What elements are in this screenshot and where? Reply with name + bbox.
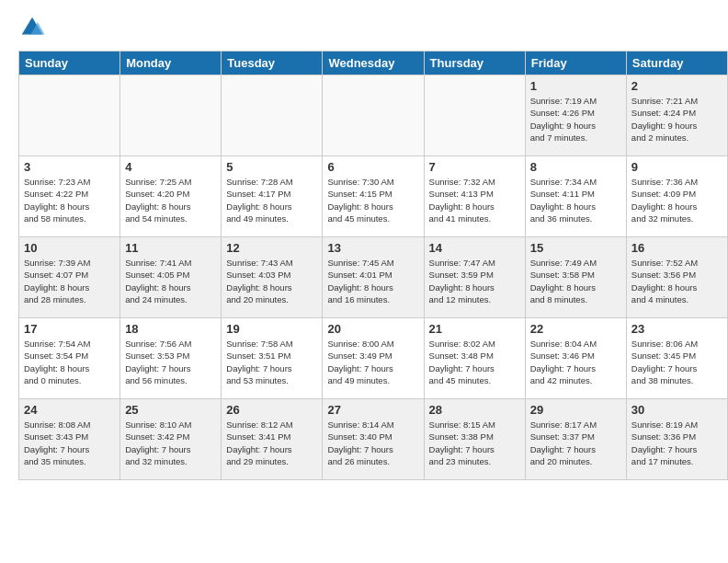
calendar-header: SundayMondayTuesdayWednesdayThursdayFrid… (19, 52, 728, 75)
calendar-day: 7Sunrise: 7:32 AM Sunset: 4:13 PM Daylig… (424, 156, 525, 237)
day-info: Sunrise: 7:19 AM Sunset: 4:26 PM Dayligh… (530, 95, 621, 144)
calendar-day: 23Sunrise: 8:06 AM Sunset: 3:45 PM Dayli… (626, 318, 727, 399)
weekday-header: Friday (525, 52, 626, 75)
day-number: 29 (530, 403, 621, 417)
day-number: 28 (429, 403, 520, 417)
calendar-week-row: 10Sunrise: 7:39 AM Sunset: 4:07 PM Dayli… (19, 237, 728, 318)
day-number: 3 (24, 160, 115, 174)
calendar-day: 5Sunrise: 7:28 AM Sunset: 4:17 PM Daylig… (222, 156, 323, 237)
calendar-week-row: 1Sunrise: 7:19 AM Sunset: 4:26 PM Daylig… (19, 75, 728, 156)
day-number: 7 (429, 160, 520, 174)
day-number: 18 (125, 322, 216, 336)
day-info: Sunrise: 7:54 AM Sunset: 3:54 PM Dayligh… (24, 338, 115, 386)
calendar-table: SundayMondayTuesdayWednesdayThursdayFrid… (18, 51, 728, 480)
calendar-day: 12Sunrise: 7:43 AM Sunset: 4:03 PM Dayli… (222, 237, 323, 318)
day-number: 4 (125, 160, 216, 174)
day-info: Sunrise: 7:45 AM Sunset: 4:01 PM Dayligh… (327, 257, 418, 305)
day-number: 24 (24, 403, 115, 417)
day-number: 2 (631, 79, 722, 93)
day-number: 6 (327, 160, 418, 174)
day-number: 20 (327, 322, 418, 336)
day-info: Sunrise: 8:02 AM Sunset: 3:48 PM Dayligh… (429, 338, 520, 386)
calendar-day: 10Sunrise: 7:39 AM Sunset: 4:07 PM Dayli… (19, 237, 120, 318)
day-number: 19 (226, 322, 317, 336)
day-number: 25 (125, 403, 216, 417)
day-info: Sunrise: 7:41 AM Sunset: 4:05 PM Dayligh… (125, 257, 216, 305)
day-info: Sunrise: 7:23 AM Sunset: 4:22 PM Dayligh… (24, 176, 115, 224)
calendar-day: 27Sunrise: 8:14 AM Sunset: 3:40 PM Dayli… (323, 399, 424, 480)
day-info: Sunrise: 8:04 AM Sunset: 3:46 PM Dayligh… (530, 338, 621, 386)
day-info: Sunrise: 7:39 AM Sunset: 4:07 PM Dayligh… (24, 257, 115, 305)
day-number: 14 (429, 241, 520, 255)
day-info: Sunrise: 8:00 AM Sunset: 3:49 PM Dayligh… (327, 338, 418, 386)
calendar-week-row: 24Sunrise: 8:08 AM Sunset: 3:43 PM Dayli… (19, 399, 728, 480)
calendar-day: 17Sunrise: 7:54 AM Sunset: 3:54 PM Dayli… (19, 318, 120, 399)
calendar-day: 8Sunrise: 7:34 AM Sunset: 4:11 PM Daylig… (525, 156, 626, 237)
calendar-week-row: 17Sunrise: 7:54 AM Sunset: 3:54 PM Dayli… (19, 318, 728, 399)
day-number: 15 (530, 241, 621, 255)
weekday-header: Tuesday (222, 52, 323, 75)
calendar-day: 18Sunrise: 7:56 AM Sunset: 3:53 PM Dayli… (120, 318, 222, 399)
day-info: Sunrise: 7:25 AM Sunset: 4:20 PM Dayligh… (125, 176, 216, 224)
day-number: 10 (24, 241, 115, 255)
calendar-day: 24Sunrise: 8:08 AM Sunset: 3:43 PM Dayli… (19, 399, 120, 480)
calendar-day (424, 75, 525, 156)
day-number: 8 (530, 160, 621, 174)
day-number: 11 (125, 241, 216, 255)
calendar-day: 25Sunrise: 8:10 AM Sunset: 3:42 PM Dayli… (120, 399, 222, 480)
calendar-day: 9Sunrise: 7:36 AM Sunset: 4:09 PM Daylig… (626, 156, 727, 237)
day-number: 9 (631, 160, 722, 174)
logo-icon (18, 14, 46, 41)
calendar-wrapper: SundayMondayTuesdayWednesdayThursdayFrid… (0, 51, 728, 489)
calendar-day (222, 75, 323, 156)
weekday-header: Monday (120, 52, 222, 75)
day-info: Sunrise: 7:56 AM Sunset: 3:53 PM Dayligh… (125, 338, 216, 386)
day-number: 13 (327, 241, 418, 255)
day-info: Sunrise: 7:34 AM Sunset: 4:11 PM Dayligh… (530, 176, 621, 224)
day-info: Sunrise: 8:08 AM Sunset: 3:43 PM Dayligh… (24, 419, 115, 467)
day-number: 21 (429, 322, 520, 336)
calendar-day: 26Sunrise: 8:12 AM Sunset: 3:41 PM Dayli… (222, 399, 323, 480)
weekday-header: Thursday (424, 52, 525, 75)
header-row: SundayMondayTuesdayWednesdayThursdayFrid… (19, 52, 728, 75)
day-number: 30 (631, 403, 722, 417)
calendar-day: 2Sunrise: 7:21 AM Sunset: 4:24 PM Daylig… (626, 75, 727, 156)
calendar-day (120, 75, 222, 156)
calendar-day: 6Sunrise: 7:30 AM Sunset: 4:15 PM Daylig… (323, 156, 424, 237)
calendar-day (19, 75, 120, 156)
day-info: Sunrise: 7:28 AM Sunset: 4:17 PM Dayligh… (226, 176, 317, 224)
calendar-day: 20Sunrise: 8:00 AM Sunset: 3:49 PM Dayli… (323, 318, 424, 399)
day-info: Sunrise: 8:06 AM Sunset: 3:45 PM Dayligh… (631, 338, 722, 386)
calendar-week-row: 3Sunrise: 7:23 AM Sunset: 4:22 PM Daylig… (19, 156, 728, 237)
day-number: 26 (226, 403, 317, 417)
day-number: 17 (24, 322, 115, 336)
calendar-day (323, 75, 424, 156)
calendar-day: 3Sunrise: 7:23 AM Sunset: 4:22 PM Daylig… (19, 156, 120, 237)
weekday-header: Sunday (19, 52, 120, 75)
weekday-header: Wednesday (323, 52, 424, 75)
day-info: Sunrise: 8:12 AM Sunset: 3:41 PM Dayligh… (226, 419, 317, 467)
day-info: Sunrise: 8:19 AM Sunset: 3:36 PM Dayligh… (631, 419, 722, 467)
calendar-day: 11Sunrise: 7:41 AM Sunset: 4:05 PM Dayli… (120, 237, 222, 318)
day-info: Sunrise: 8:15 AM Sunset: 3:38 PM Dayligh… (429, 419, 520, 467)
day-info: Sunrise: 7:21 AM Sunset: 4:24 PM Dayligh… (631, 95, 722, 144)
day-info: Sunrise: 7:36 AM Sunset: 4:09 PM Dayligh… (631, 176, 722, 224)
day-info: Sunrise: 7:58 AM Sunset: 3:51 PM Dayligh… (226, 338, 317, 386)
calendar-day: 21Sunrise: 8:02 AM Sunset: 3:48 PM Dayli… (424, 318, 525, 399)
weekday-header: Saturday (626, 52, 727, 75)
day-info: Sunrise: 7:30 AM Sunset: 4:15 PM Dayligh… (327, 176, 418, 224)
calendar-day: 19Sunrise: 7:58 AM Sunset: 3:51 PM Dayli… (222, 318, 323, 399)
day-info: Sunrise: 8:14 AM Sunset: 3:40 PM Dayligh… (327, 419, 418, 467)
calendar-day: 13Sunrise: 7:45 AM Sunset: 4:01 PM Dayli… (323, 237, 424, 318)
calendar-day: 16Sunrise: 7:52 AM Sunset: 3:56 PM Dayli… (626, 237, 727, 318)
day-number: 22 (530, 322, 621, 336)
calendar-day: 4Sunrise: 7:25 AM Sunset: 4:20 PM Daylig… (120, 156, 222, 237)
calendar-day: 14Sunrise: 7:47 AM Sunset: 3:59 PM Dayli… (424, 237, 525, 318)
calendar-day: 1Sunrise: 7:19 AM Sunset: 4:26 PM Daylig… (525, 75, 626, 156)
day-number: 5 (226, 160, 317, 174)
day-info: Sunrise: 8:17 AM Sunset: 3:37 PM Dayligh… (530, 419, 621, 467)
calendar-body: 1Sunrise: 7:19 AM Sunset: 4:26 PM Daylig… (19, 75, 728, 480)
day-number: 1 (530, 79, 621, 93)
day-info: Sunrise: 7:47 AM Sunset: 3:59 PM Dayligh… (429, 257, 520, 305)
calendar-day: 15Sunrise: 7:49 AM Sunset: 3:58 PM Dayli… (525, 237, 626, 318)
